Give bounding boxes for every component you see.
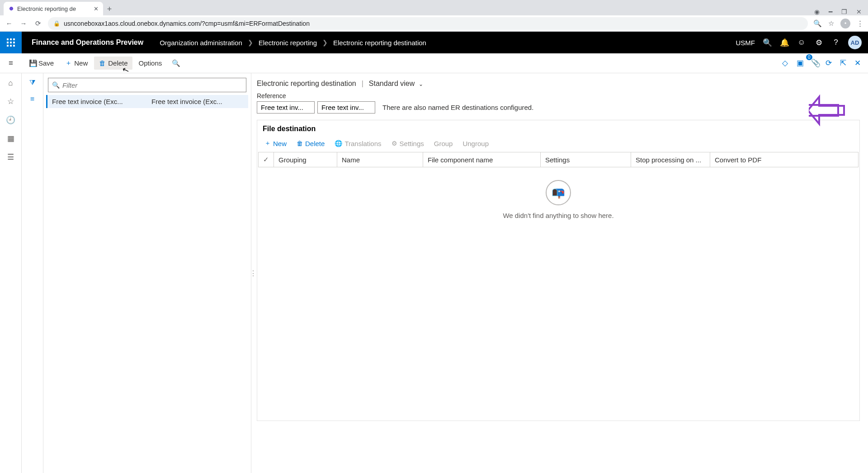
list-item[interactable]: Free text invoice (Exc... Free text invo… [46,95,248,108]
main-pane: Electronic reporting destination | Stand… [255,73,868,473]
company-picker[interactable]: USMF [736,39,755,47]
col-convert-pdf[interactable]: Convert to PDF [710,152,787,167]
grid-delete-button[interactable]: 🗑Delete [293,138,328,149]
popout-icon[interactable]: ⇱ [836,56,849,71]
empty-box-icon: 📭 [546,180,571,205]
list-tool-column: ⧩ ≡ [22,73,43,473]
options-button[interactable]: Options [134,57,167,70]
close-form-icon[interactable]: ✕ [851,56,863,71]
actionpane-search-icon[interactable]: 🔍 [168,57,184,70]
search-icon[interactable]: 🔍 [762,38,772,47]
recent-clock-icon[interactable]: 🕘 [5,115,16,125]
window-minimize-icon[interactable]: ━ [829,8,832,15]
grid-group-button: Group [430,138,457,149]
nav-reload-icon[interactable]: ⟳ [33,19,42,28]
filter-funnel-icon[interactable]: ⧩ [29,79,35,87]
waffle-icon [7,38,15,47]
new-button[interactable]: ＋ New [60,56,92,70]
help-icon[interactable]: ? [831,38,841,47]
search-icon: 🔍 [52,81,60,89]
grid-header-row: ✓ Grouping Name File component name Sett… [258,152,859,167]
svg-rect-7 [10,45,12,47]
tab-favicon [8,5,14,12]
breadcrumb-item[interactable]: Electronic reporting destination [333,39,426,47]
open-in-new-icon[interactable]: ▣ [793,56,806,71]
window-maximize-icon[interactable]: ❐ [841,8,847,15]
col-grouping[interactable]: Grouping [274,152,337,167]
list-filter-box[interactable]: 🔍 [48,78,246,92]
new-tab-button[interactable]: + [103,3,116,15]
feedback-smile-icon[interactable]: ☺ [797,38,807,47]
page-title: Electronic reporting destination [257,80,356,88]
notifications-icon[interactable]: 🔔 [779,38,789,47]
splitter-handle[interactable]: ⋮ [251,73,255,473]
chrome-menu-icon[interactable]: ⋮ [857,19,863,28]
nav-rail: ⌂ ☆ 🕘 ▦ ☰ [0,73,22,473]
nav-forward-icon[interactable]: → [19,19,28,27]
browser-toolbar: ← → ⟳ 🔒 usnconeboxax1aos.cloud.onebox.dy… [0,15,868,32]
svg-rect-4 [10,42,12,43]
col-settings[interactable]: Settings [541,152,631,167]
favorites-star-icon[interactable]: ☆ [5,97,16,106]
svg-rect-6 [7,45,9,47]
user-avatar[interactable]: AD [848,36,862,49]
svg-rect-1 [10,38,12,40]
attachments-button[interactable]: 0📎 [807,56,820,71]
col-file-component[interactable]: File component name [423,152,541,167]
action-pane: ≡ 💾 Save ＋ New 🗑 Delete Options 🔍 ◇ ▣ 0📎… [0,53,868,73]
app-launcher-button[interactable] [0,32,22,53]
browser-tab[interactable]: Electronic reporting de ✕ [4,2,103,15]
reference-field-1[interactable]: Free text inv... [257,101,315,114]
nav-back-icon[interactable]: ← [5,19,14,27]
list-item-col1: Free text invoice (Exc... [52,98,144,105]
view-selector[interactable]: Standard view ⌄ [369,80,423,88]
browser-tab-bar: Electronic reporting de ✕ + ◉ ━ ❐ ✕ [0,0,868,15]
save-label: Save [38,59,54,67]
breadcrumb-item[interactable]: Organization administration [160,39,242,47]
workspaces-icon[interactable]: ▦ [5,134,16,143]
bookmark-star-icon[interactable]: ☆ [828,19,834,28]
grid-selectall-checkbox[interactable]: ✓ [259,152,274,167]
tab-title: Electronic reporting de [17,5,91,12]
brand-title[interactable]: Finance and Operations Preview [22,38,153,47]
new-label: New [74,59,88,67]
attachments-count: 0 [806,54,812,60]
col-name[interactable]: Name [337,152,423,167]
plus-icon: ＋ [65,59,72,67]
title-separator: | [362,80,363,88]
chrome-profile-avatar[interactable]: • [840,19,850,28]
tab-close-icon[interactable]: ✕ [94,5,99,12]
chrome-account-dot-icon[interactable]: ◉ [814,8,820,15]
reference-field-2[interactable]: Free text inv... [317,101,375,114]
modules-list-icon[interactable]: ☰ [5,152,16,162]
svg-rect-0 [7,38,9,40]
navpane-toggle-icon[interactable]: ≡ [9,59,13,68]
window-close-icon[interactable]: ✕ [856,8,862,15]
options-label: Options [139,59,162,67]
grid-empty-state: 📭 We didn't find anything to show here. [257,167,859,421]
reference-info-text: There are also named ER destinations con… [382,104,533,111]
window-controls: ◉ ━ ❐ ✕ [814,8,868,15]
filter-input[interactable] [62,81,242,89]
related-info-icon[interactable]: ◇ [778,56,791,71]
save-button[interactable]: 💾 Save [24,57,58,70]
list-item-col2: Free text invoice (Exc... [151,98,244,105]
delete-button[interactable]: 🗑 Delete [94,57,132,70]
sliders-icon: ⚙ [392,140,397,147]
breadcrumb-item[interactable]: Electronic reporting [259,39,317,47]
list-view-icon[interactable]: ≡ [30,95,34,103]
col-stop-processing[interactable]: Stop processing on ... [631,152,710,167]
zoom-icon[interactable]: 🔍 [813,19,822,28]
svg-rect-8 [13,45,15,47]
settings-gear-icon[interactable]: ⚙ [814,38,824,47]
address-bar[interactable]: 🔒 usnconeboxax1aos.cloud.onebox.dynamics… [48,17,808,30]
file-destination-section-title[interactable]: File destination [257,120,859,136]
plus-icon: ＋ [264,139,271,147]
home-icon[interactable]: ⌂ [5,79,16,88]
refresh-icon[interactable]: ⟳ [822,56,835,71]
grid-ungroup-button: Ungroup [459,138,492,149]
delete-label: Delete [108,59,127,67]
grid-new-button[interactable]: ＋New [261,137,290,149]
view-label: Standard view [369,80,415,87]
trash-icon: 🗑 [99,59,106,67]
